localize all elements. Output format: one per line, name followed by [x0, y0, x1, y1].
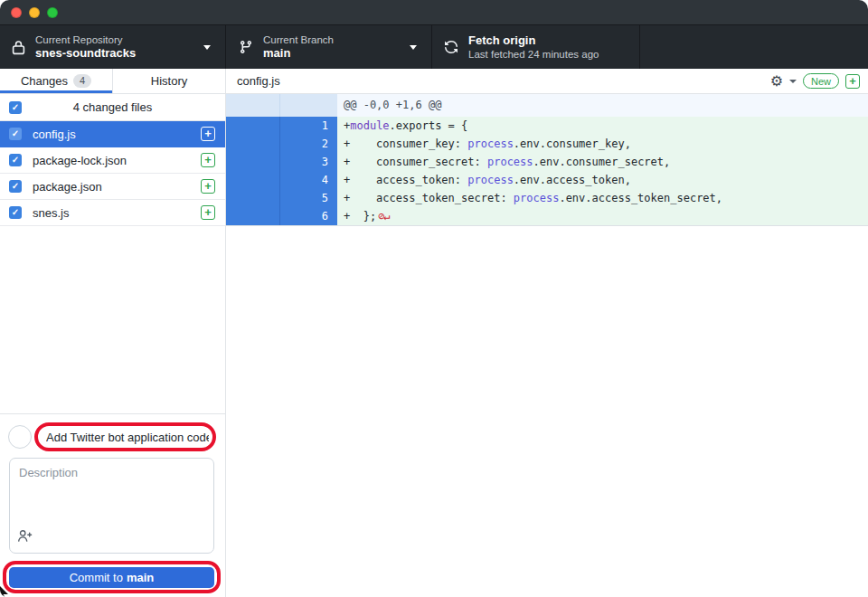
diff-gutter-old[interactable]	[226, 189, 280, 207]
file-row[interactable]: ✓package-lock.json+	[0, 147, 225, 174]
hunk-gutter-new	[280, 94, 337, 117]
sidebar: Changes 4 History ✓ 4 changed files ✓con…	[0, 69, 226, 597]
git-branch-icon	[239, 40, 253, 54]
commit-button-label: Commit to	[70, 571, 123, 584]
chevron-down-icon	[410, 45, 417, 50]
diff-line: 6+ };⊘↵	[226, 207, 868, 225]
diff-code-line: + };⊘↵	[337, 207, 868, 225]
fetch-subtitle: Last fetched 24 minutes ago	[468, 48, 599, 61]
diff-gutter-new-line-number[interactable]: 5	[280, 189, 337, 207]
diff-code-line: + consumer_key: process.env.consumer_key…	[337, 135, 868, 153]
diff-file-header: config.js ⚙ New +	[226, 69, 868, 94]
file-name: snes.js	[33, 200, 69, 226]
added-status-icon: +	[201, 153, 215, 167]
diff-gutter-old[interactable]	[226, 207, 280, 225]
file-checkbox[interactable]: ✓	[9, 180, 22, 193]
hunk-header-text: @@ -0,0 +1,6 @@	[337, 94, 868, 117]
file-checkbox[interactable]: ✓	[9, 128, 22, 140]
zoom-button[interactable]	[47, 7, 58, 18]
diff-gutter-old[interactable]	[226, 117, 280, 135]
added-status-icon: +	[201, 127, 215, 141]
repository-selector[interactable]: Current Repository snes-soundtracks	[0, 25, 226, 69]
commit-annotation-highlight: Commit to main	[3, 561, 221, 593]
file-name: package-lock.json	[33, 147, 127, 174]
commit-button[interactable]: Commit to main	[9, 567, 214, 588]
chevron-down-icon	[203, 45, 211, 50]
chevron-down-icon[interactable]	[789, 80, 797, 83]
diff-gutter-new-line-number[interactable]: 4	[280, 171, 337, 189]
commit-button-branch: main	[127, 571, 154, 584]
tab-history[interactable]: History	[113, 69, 225, 93]
minimize-button[interactable]	[29, 7, 40, 18]
gear-icon[interactable]: ⚙	[770, 74, 783, 89]
close-button[interactable]	[11, 7, 22, 18]
changed-files-header: ✓ 4 changed files	[0, 94, 225, 121]
diff-code-line: +module.exports = {	[337, 117, 868, 135]
toolbar: Current Repository snes-soundtracks Curr…	[0, 25, 868, 69]
fetch-origin-button[interactable]: Fetch origin Last fetched 24 minutes ago	[432, 25, 640, 69]
toolbar-spacer	[640, 25, 868, 69]
file-row[interactable]: ✓snes.js+	[0, 200, 225, 226]
changed-file-list: ✓config.js+✓package-lock.json+✓package.j…	[0, 121, 225, 226]
diff-gutter-old[interactable]	[226, 171, 280, 189]
lock-icon	[12, 40, 25, 55]
diff-line: 1+module.exports = {	[226, 117, 868, 135]
commit-description-box	[9, 458, 214, 554]
added-status-icon: +	[201, 205, 215, 220]
diff-view: @@ -0,0 +1,6 @@ 1+module.exports = {2+ c…	[226, 94, 868, 226]
diff-code-line: + access_token_secret: process.env.acces…	[337, 189, 868, 207]
repository-name: snes-soundtracks	[35, 46, 136, 61]
diff-line: 5+ access_token_secret: process.env.acce…	[226, 189, 868, 207]
hunk-header-row: @@ -0,0 +1,6 @@	[226, 94, 868, 117]
branch-label: Current Branch	[263, 33, 334, 46]
file-name: config.js	[33, 121, 76, 147]
diff-gutter-old[interactable]	[226, 135, 280, 153]
diff-gutter-new-line-number[interactable]: 6	[280, 207, 337, 225]
changes-count-badge: 4	[73, 74, 91, 88]
file-row[interactable]: ✓config.js+	[0, 121, 225, 147]
branch-selector[interactable]: Current Branch main	[226, 25, 432, 69]
file-status-badge: New	[803, 73, 839, 89]
added-file-icon: +	[845, 74, 860, 89]
diff-gutter-new-line-number[interactable]: 3	[280, 153, 337, 171]
diff-gutter-old[interactable]	[226, 153, 280, 171]
fetch-title: Fetch origin	[468, 33, 599, 48]
file-checkbox[interactable]: ✓	[9, 154, 22, 166]
hunk-gutter-old	[226, 94, 280, 117]
diff-line: 4+ access_token: process.env.access_toke…	[226, 171, 868, 189]
diff-gutter-new-line-number[interactable]: 2	[280, 135, 337, 153]
diff-panel: config.js ⚙ New + @@ -0,0 +1,6 @@ 1+modu…	[226, 69, 868, 597]
add-coauthor-icon[interactable]	[17, 529, 33, 546]
added-status-icon: +	[201, 179, 215, 194]
diff-code-line: + access_token: process.env.access_token…	[337, 171, 868, 189]
avatar	[8, 425, 32, 449]
file-checkbox[interactable]: ✓	[9, 206, 22, 219]
commit-description-input[interactable]	[10, 459, 213, 531]
mouse-cursor	[0, 583, 12, 597]
commit-summary-input[interactable]	[38, 426, 212, 448]
sync-icon	[444, 40, 458, 54]
branch-name: main	[263, 46, 334, 61]
app-window: Current Repository snes-soundtracks Curr…	[0, 0, 868, 597]
diff-code-line: + consumer_secret: process.env.consumer_…	[337, 153, 868, 171]
repository-label: Current Repository	[35, 33, 136, 46]
diff-gutter-new-line-number[interactable]: 1	[280, 117, 337, 135]
changed-files-count: 4 changed files	[0, 94, 225, 121]
commit-form: Commit to main	[0, 413, 225, 597]
diff-line: 2+ consumer_key: process.env.consumer_ke…	[226, 135, 868, 153]
file-row[interactable]: ✓package.json+	[0, 174, 225, 200]
diff-line: 3+ consumer_secret: process.env.consumer…	[226, 153, 868, 171]
sidebar-tabs: Changes 4 History	[0, 69, 225, 94]
diff-file-name: config.js	[237, 74, 280, 88]
titlebar	[0, 0, 868, 25]
tab-history-label: History	[151, 74, 187, 88]
file-name: package.json	[33, 174, 102, 200]
tab-changes-label: Changes	[21, 74, 68, 88]
tab-changes[interactable]: Changes 4	[0, 69, 113, 93]
summary-annotation-highlight	[34, 422, 216, 451]
